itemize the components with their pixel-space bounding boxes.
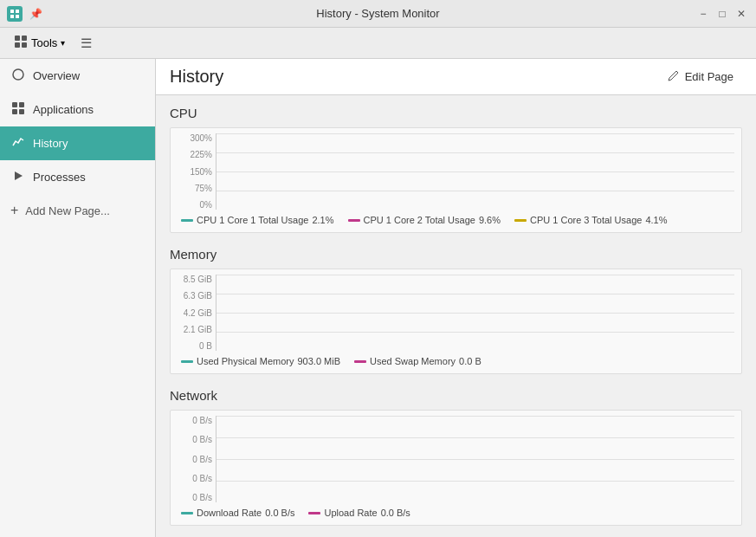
tools-menu-button[interactable]: Tools ▾ bbox=[7, 32, 72, 54]
minimize-button[interactable]: − bbox=[695, 6, 711, 22]
memory-legend-item-1: Used Swap Memory 0.0 B bbox=[354, 356, 481, 366]
svg-rect-4 bbox=[15, 36, 20, 41]
cpu-y-label-3: 75% bbox=[178, 184, 212, 193]
memory-legend-label-0: Used Physical Memory bbox=[197, 356, 294, 366]
network-legend: Download Rate 0.0 B/s Upload Rate 0.0 B/… bbox=[178, 508, 734, 518]
cpu-chart-box: 300% 225% 150% 75% 0% bbox=[170, 127, 742, 233]
sidebar: Overview Applications History Processes bbox=[0, 59, 156, 537]
network-legend-item-1: Upload Rate 0.0 B/s bbox=[308, 508, 410, 518]
edit-icon bbox=[668, 69, 680, 84]
network-section: Network 0 B/s 0 B/s 0 B/s 0 B/s 0 B/s bbox=[170, 388, 742, 526]
sidebar-item-overview[interactable]: Overview bbox=[0, 59, 155, 93]
sidebar-item-processes[interactable]: Processes bbox=[0, 160, 155, 194]
cpu-legend-label-0: CPU 1 Core 1 Total Usage bbox=[197, 215, 308, 225]
cpu-legend-label-2: CPU 1 Core 3 Total Usage bbox=[530, 215, 642, 225]
tools-label: Tools bbox=[31, 36, 57, 49]
network-legend-label-0: Download Rate bbox=[197, 508, 262, 518]
sidebar-item-overview-label: Overview bbox=[33, 69, 80, 82]
cpu-legend-label-1: CPU 1 Core 2 Total Usage bbox=[364, 215, 475, 225]
processes-icon bbox=[10, 169, 26, 185]
content-scroll[interactable]: CPU 300% 225% 150% 75% 0% bbox=[156, 95, 756, 537]
memory-legend-color-0 bbox=[181, 360, 193, 363]
svg-rect-10 bbox=[19, 102, 24, 107]
cpu-hline-0 bbox=[216, 133, 734, 134]
svg-marker-13 bbox=[15, 171, 23, 180]
network-legend-item-0: Download Rate 0.0 B/s bbox=[181, 508, 294, 518]
svg-rect-0 bbox=[10, 10, 14, 13]
memory-legend-value-1: 0.0 B bbox=[459, 356, 481, 366]
memory-legend-item-0: Used Physical Memory 903.0 MiB bbox=[181, 356, 340, 366]
network-hline-1 bbox=[216, 437, 734, 438]
network-y-label-4: 0 B/s bbox=[178, 493, 212, 502]
svg-rect-1 bbox=[16, 10, 19, 13]
cpu-hline-1 bbox=[216, 152, 734, 153]
memory-legend: Used Physical Memory 903.0 MiB Used Swap… bbox=[178, 356, 734, 366]
applications-icon bbox=[10, 101, 26, 118]
add-new-page-label: Add New Page... bbox=[25, 204, 110, 217]
sidebar-item-applications-label: Applications bbox=[33, 103, 94, 116]
cpu-plot bbox=[216, 133, 734, 210]
network-hline-2 bbox=[216, 459, 734, 460]
add-icon: + bbox=[10, 203, 18, 218]
memory-y-label-2: 4.2 GiB bbox=[178, 308, 212, 318]
cpu-legend-value-1: 9.6% bbox=[479, 215, 501, 225]
edit-page-button[interactable]: Edit Page bbox=[659, 66, 742, 87]
content-header: History Edit Page bbox=[156, 59, 756, 95]
memory-chart-box: 8.5 GiB 6.3 GiB 4.2 GiB 2.1 GiB 0 B bbox=[170, 268, 742, 374]
network-y-label-0: 0 B/s bbox=[178, 416, 212, 425]
memory-hline-2 bbox=[216, 313, 734, 314]
network-hline-3 bbox=[216, 481, 734, 482]
cpu-legend: CPU 1 Core 1 Total Usage 2.1% CPU 1 Core… bbox=[178, 215, 734, 225]
svg-point-8 bbox=[13, 69, 23, 80]
memory-chart-area: 8.5 GiB 6.3 GiB 4.2 GiB 2.1 GiB 0 B bbox=[178, 275, 734, 351]
tools-icon bbox=[14, 35, 28, 51]
network-legend-color-1 bbox=[308, 512, 320, 514]
network-chart-area: 0 B/s 0 B/s 0 B/s 0 B/s 0 B/s bbox=[178, 416, 734, 502]
overview-icon bbox=[10, 68, 26, 84]
memory-y-label-4: 0 B bbox=[178, 341, 212, 351]
memory-y-label-3: 2.1 GiB bbox=[178, 325, 212, 334]
network-section-title: Network bbox=[170, 388, 742, 403]
memory-y-axis: 8.5 GiB 6.3 GiB 4.2 GiB 2.1 GiB 0 B bbox=[178, 275, 216, 351]
cpu-chart-area: 300% 225% 150% 75% 0% bbox=[178, 133, 734, 210]
cpu-legend-color-2 bbox=[514, 219, 527, 222]
cpu-y-label-4: 0% bbox=[178, 200, 212, 210]
memory-section-title: Memory bbox=[170, 247, 742, 262]
app-pin-icon: 📌 bbox=[28, 6, 43, 22]
svg-rect-2 bbox=[10, 15, 14, 18]
window-controls: − □ ✕ bbox=[695, 6, 749, 22]
svg-rect-9 bbox=[12, 102, 17, 107]
network-legend-color-0 bbox=[181, 512, 193, 514]
sidebar-item-applications[interactable]: Applications bbox=[0, 93, 155, 126]
svg-rect-6 bbox=[15, 42, 20, 48]
edit-page-label: Edit Page bbox=[685, 70, 733, 83]
add-new-page-button[interactable]: + Add New Page... bbox=[0, 194, 155, 227]
memory-legend-label-1: Used Swap Memory bbox=[370, 356, 456, 366]
cpu-y-label-0: 300% bbox=[178, 133, 212, 143]
network-y-label-1: 0 B/s bbox=[178, 435, 212, 444]
cpu-section: CPU 300% 225% 150% 75% 0% bbox=[170, 106, 742, 233]
window-title: History - System Monitor bbox=[316, 7, 439, 20]
sidebar-item-history[interactable]: History bbox=[0, 126, 155, 160]
history-icon bbox=[10, 135, 26, 152]
svg-rect-7 bbox=[22, 42, 27, 48]
network-hline-0 bbox=[216, 416, 734, 417]
svg-rect-3 bbox=[16, 15, 19, 18]
cpu-legend-color-0 bbox=[181, 219, 193, 222]
memory-y-label-1: 6.3 GiB bbox=[178, 291, 212, 301]
cpu-hline-2 bbox=[216, 171, 734, 172]
cpu-y-label-1: 225% bbox=[178, 150, 212, 159]
sidebar-item-processes-label: Processes bbox=[33, 171, 86, 184]
memory-legend-value-0: 903.0 MiB bbox=[297, 356, 340, 366]
sidebar-item-history-label: History bbox=[33, 137, 68, 150]
cpu-legend-item-2: CPU 1 Core 3 Total Usage 4.1% bbox=[514, 215, 668, 225]
network-y-label-3: 0 B/s bbox=[178, 474, 212, 483]
close-button[interactable]: ✕ bbox=[733, 6, 749, 22]
content-area: History Edit Page CPU bbox=[156, 59, 756, 537]
cpu-legend-item-0: CPU 1 Core 1 Total Usage 2.1% bbox=[181, 215, 334, 225]
maximize-button[interactable]: □ bbox=[714, 6, 730, 22]
title-bar: 📌 History - System Monitor − □ ✕ bbox=[0, 0, 756, 28]
hamburger-button[interactable]: ☰ bbox=[75, 33, 97, 54]
svg-rect-11 bbox=[12, 109, 17, 114]
memory-section: Memory 8.5 GiB 6.3 GiB 4.2 GiB 2.1 GiB 0… bbox=[170, 247, 742, 374]
